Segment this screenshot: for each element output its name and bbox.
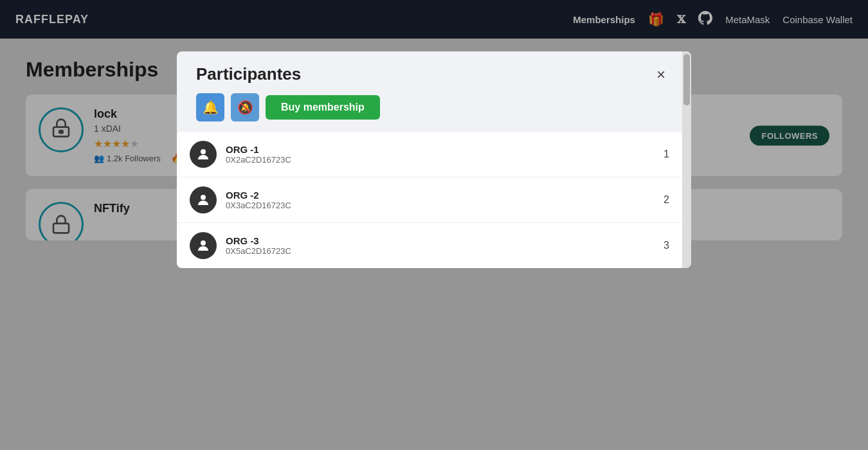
svg-point-6: [201, 149, 206, 154]
svg-point-7: [201, 195, 206, 200]
participant-info-1: ORG -1 0X2aC2D16723C: [226, 144, 655, 165]
bell-on-icon: 🔔: [203, 100, 219, 115]
participant-avatar-2: [190, 186, 217, 213]
bell-on-button[interactable]: 🔔: [196, 93, 224, 122]
participant-item-2: ORG -2 0X3aC2D16723C 2: [177, 177, 682, 223]
scroll-thumb: [683, 54, 690, 105]
bell-off-icon: 🔕: [237, 100, 253, 115]
participant-item-1: ORG -1 0X2aC2D16723C 1: [177, 132, 682, 177]
participant-address-2: 0X3aC2D16723C: [226, 201, 655, 210]
participant-address-3: 0X5aC2D16723C: [226, 246, 655, 256]
participant-name-1: ORG -1: [226, 144, 655, 155]
participant-address-1: 0X2aC2D16723C: [226, 155, 655, 165]
participant-info-3: ORG -3 0X5aC2D16723C: [226, 235, 655, 256]
participant-number-2: 2: [664, 194, 669, 206]
participant-item-3: ORG -3 0X5aC2D16723C 3: [177, 223, 682, 268]
modal-close-button[interactable]: ×: [656, 67, 665, 82]
participant-number-1: 1: [664, 148, 669, 160]
participants-modal: Participantes × 🔔 🔕 Buy membership ORG -…: [177, 51, 691, 268]
modal-overlay: Participantes × 🔔 🔕 Buy membership ORG -…: [0, 0, 868, 450]
modal-scrollbar[interactable]: [682, 51, 691, 268]
modal-header: Participantes ×: [177, 51, 691, 93]
participants-list[interactable]: ORG -1 0X2aC2D16723C 1 ORG -2 0X3aC2D167…: [177, 132, 682, 268]
participant-name-2: ORG -2: [226, 190, 655, 201]
participant-avatar-3: [190, 232, 217, 259]
participant-number-3: 3: [664, 240, 669, 251]
modal-title: Participantes: [196, 64, 301, 84]
participant-name-3: ORG -3: [226, 235, 655, 246]
svg-point-8: [201, 240, 206, 246]
modal-actions: 🔔 🔕 Buy membership: [177, 93, 691, 132]
bell-off-button[interactable]: 🔕: [231, 93, 259, 122]
participant-avatar-1: [190, 141, 217, 168]
participant-info-2: ORG -2 0X3aC2D16723C: [226, 190, 655, 210]
buy-membership-button[interactable]: Buy membership: [266, 95, 380, 120]
